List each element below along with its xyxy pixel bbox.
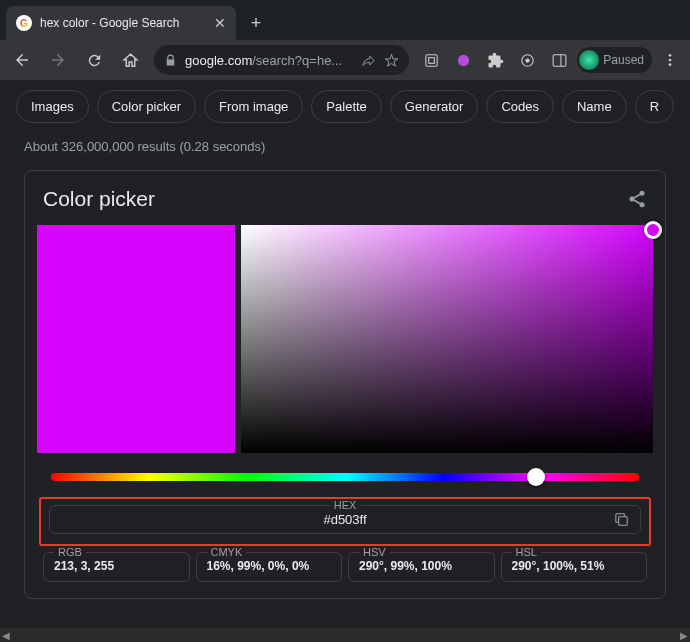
cmyk-value: 16%, 99%, 0%, 0% bbox=[207, 559, 332, 573]
forward-button[interactable] bbox=[42, 44, 74, 76]
home-button[interactable] bbox=[114, 44, 146, 76]
cmyk-field[interactable]: CMYK 16%, 99%, 0%, 0% bbox=[196, 552, 343, 582]
chip-palette[interactable]: Palette bbox=[311, 90, 381, 123]
new-tab-button[interactable]: + bbox=[242, 9, 270, 37]
svg-rect-6 bbox=[553, 54, 566, 65]
avatar-icon bbox=[579, 50, 599, 70]
hex-field[interactable]: HEX #d503ff bbox=[49, 505, 641, 534]
sv-handle[interactable] bbox=[644, 221, 662, 239]
chip-generator[interactable]: Generator bbox=[390, 90, 479, 123]
svg-rect-2 bbox=[428, 57, 434, 63]
extension-icon-2[interactable] bbox=[449, 46, 477, 74]
profile-button[interactable]: Paused bbox=[577, 47, 652, 73]
profile-status: Paused bbox=[603, 53, 644, 67]
hex-label: HEX bbox=[330, 499, 361, 511]
back-button[interactable] bbox=[6, 44, 38, 76]
google-favicon: G bbox=[16, 15, 32, 31]
chip-more[interactable]: R bbox=[635, 90, 674, 123]
browser-tab[interactable]: G hex color - Google Search ✕ bbox=[6, 6, 236, 40]
extension-icon-1[interactable] bbox=[417, 46, 445, 74]
chip-from-image[interactable]: From image bbox=[204, 90, 303, 123]
reload-button[interactable] bbox=[78, 44, 110, 76]
result-stats: About 326,000,000 results (0.28 seconds) bbox=[0, 133, 690, 170]
svg-point-13 bbox=[640, 202, 645, 207]
copy-icon[interactable] bbox=[613, 511, 630, 528]
svg-rect-1 bbox=[426, 54, 437, 65]
chip-images[interactable]: Images bbox=[16, 90, 89, 123]
svg-point-3 bbox=[458, 54, 469, 65]
rgb-value: 213, 3, 255 bbox=[54, 559, 179, 573]
side-panel-icon[interactable] bbox=[545, 46, 573, 74]
bookmark-icon[interactable] bbox=[384, 53, 399, 68]
card-title: Color picker bbox=[43, 187, 155, 211]
close-tab-icon[interactable]: ✕ bbox=[214, 15, 226, 31]
hex-value: #d503ff bbox=[323, 512, 366, 527]
hue-slider[interactable] bbox=[51, 473, 639, 481]
svg-point-11 bbox=[640, 191, 645, 196]
color-swatch bbox=[37, 225, 235, 453]
lock-icon bbox=[164, 54, 177, 67]
hex-highlight-box: HEX #d503ff bbox=[39, 497, 651, 546]
tab-title: hex color - Google Search bbox=[40, 16, 206, 30]
chip-codes[interactable]: Codes bbox=[486, 90, 554, 123]
chip-name[interactable]: Name bbox=[562, 90, 627, 123]
svg-point-10 bbox=[669, 63, 672, 66]
address-bar[interactable]: google.com/search?q=he... bbox=[154, 45, 409, 75]
hsv-label: HSV bbox=[359, 546, 390, 558]
hsl-field[interactable]: HSL 290°, 100%, 51% bbox=[501, 552, 648, 582]
svg-point-5 bbox=[525, 58, 529, 62]
svg-point-8 bbox=[669, 54, 672, 57]
rgb-field[interactable]: RGB 213, 3, 255 bbox=[43, 552, 190, 582]
hsv-value: 290°, 99%, 100% bbox=[359, 559, 484, 573]
horizontal-scrollbar[interactable]: ◀▶ bbox=[0, 628, 690, 642]
svg-rect-14 bbox=[619, 517, 628, 526]
svg-point-12 bbox=[630, 197, 635, 202]
color-picker-card: Color picker HEX #d503ff RGB 213, 3, 255 bbox=[24, 170, 666, 599]
url-text: google.com/search?q=he... bbox=[185, 53, 353, 68]
chrome-menu-button[interactable] bbox=[656, 52, 684, 68]
hue-handle[interactable] bbox=[527, 468, 545, 486]
rgb-label: RGB bbox=[54, 546, 86, 558]
filter-chips: Images Color picker From image Palette G… bbox=[0, 80, 690, 133]
extensions-button[interactable] bbox=[481, 46, 509, 74]
hsl-value: 290°, 100%, 51% bbox=[512, 559, 637, 573]
svg-point-9 bbox=[669, 59, 672, 62]
extension-icon-3[interactable] bbox=[513, 46, 541, 74]
saturation-value-area[interactable] bbox=[241, 225, 653, 453]
chip-color-picker[interactable]: Color picker bbox=[97, 90, 196, 123]
share-url-icon[interactable] bbox=[361, 53, 376, 68]
cmyk-label: CMYK bbox=[207, 546, 247, 558]
share-icon[interactable] bbox=[627, 189, 647, 209]
hsl-label: HSL bbox=[512, 546, 541, 558]
hsv-field[interactable]: HSV 290°, 99%, 100% bbox=[348, 552, 495, 582]
